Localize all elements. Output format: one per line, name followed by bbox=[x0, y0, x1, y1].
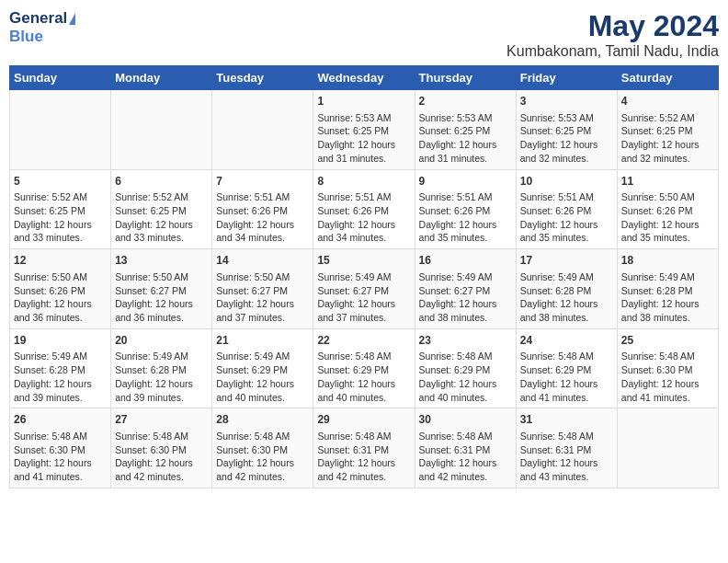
table-row: 20Sunrise: 5:49 AMSunset: 6:28 PMDayligh… bbox=[111, 328, 212, 408]
day-number: 24 bbox=[520, 333, 613, 349]
col-tuesday: Tuesday bbox=[212, 66, 313, 90]
day-number: 11 bbox=[621, 174, 714, 190]
table-row: 1Sunrise: 5:53 AMSunset: 6:25 PMDaylight… bbox=[313, 90, 415, 170]
sunrise-text: Sunrise: 5:48 AM bbox=[14, 430, 107, 443]
calendar-week-row: 26Sunrise: 5:48 AMSunset: 6:30 PMDayligh… bbox=[10, 408, 719, 488]
daylight-text: Daylight: 12 hours and 39 minutes. bbox=[115, 377, 208, 404]
sunset-text: Sunset: 6:26 PM bbox=[520, 204, 613, 218]
sunrise-text: Sunrise: 5:48 AM bbox=[419, 350, 512, 363]
day-number: 2 bbox=[419, 94, 512, 109]
daylight-text: Daylight: 12 hours and 40 minutes. bbox=[216, 377, 309, 404]
sunrise-text: Sunrise: 5:51 AM bbox=[317, 190, 410, 204]
day-number: 26 bbox=[14, 412, 107, 428]
day-number: 31 bbox=[520, 412, 613, 428]
sunrise-text: Sunrise: 5:49 AM bbox=[216, 350, 309, 363]
table-row: 5Sunrise: 5:52 AMSunset: 6:25 PMDaylight… bbox=[10, 169, 111, 249]
sunset-text: Sunset: 6:28 PM bbox=[520, 284, 613, 298]
logo-general: General bbox=[9, 9, 67, 28]
daylight-text: Daylight: 12 hours and 41 minutes. bbox=[621, 377, 714, 404]
day-number: 12 bbox=[14, 253, 107, 269]
daylight-text: Daylight: 12 hours and 35 minutes. bbox=[419, 218, 512, 245]
daylight-text: Daylight: 12 hours and 40 minutes. bbox=[419, 377, 512, 404]
sunrise-text: Sunrise: 5:48 AM bbox=[520, 430, 613, 443]
sunrise-text: Sunrise: 5:50 AM bbox=[115, 270, 208, 284]
col-sunday: Sunday bbox=[10, 66, 111, 90]
daylight-text: Daylight: 12 hours and 38 minutes. bbox=[520, 297, 613, 324]
daylight-text: Daylight: 12 hours and 32 minutes. bbox=[621, 138, 714, 165]
table-row bbox=[617, 408, 718, 488]
sunrise-text: Sunrise: 5:49 AM bbox=[14, 350, 107, 363]
table-row: 18Sunrise: 5:49 AMSunset: 6:28 PMDayligh… bbox=[617, 249, 718, 329]
day-number: 9 bbox=[419, 174, 512, 190]
sunrise-text: Sunrise: 5:49 AM bbox=[115, 350, 208, 363]
daylight-text: Daylight: 12 hours and 31 minutes. bbox=[419, 138, 512, 165]
daylight-text: Daylight: 12 hours and 36 minutes. bbox=[14, 297, 107, 324]
table-row: 27Sunrise: 5:48 AMSunset: 6:30 PMDayligh… bbox=[111, 408, 212, 488]
day-number: 5 bbox=[14, 174, 107, 190]
sunrise-text: Sunrise: 5:53 AM bbox=[317, 111, 410, 125]
daylight-text: Daylight: 12 hours and 41 minutes. bbox=[14, 456, 107, 483]
day-number: 16 bbox=[419, 253, 512, 269]
table-row: 31Sunrise: 5:48 AMSunset: 6:31 PMDayligh… bbox=[516, 408, 617, 488]
sunrise-text: Sunrise: 5:51 AM bbox=[216, 190, 309, 204]
daylight-text: Daylight: 12 hours and 31 minutes. bbox=[317, 138, 410, 165]
sunrise-text: Sunrise: 5:49 AM bbox=[419, 270, 512, 284]
sunset-text: Sunset: 6:25 PM bbox=[419, 124, 512, 138]
logo-blue: Blue bbox=[9, 28, 43, 45]
sunset-text: Sunset: 6:27 PM bbox=[216, 284, 309, 298]
sunset-text: Sunset: 6:25 PM bbox=[621, 124, 714, 138]
calendar-week-row: 19Sunrise: 5:49 AMSunset: 6:28 PMDayligh… bbox=[10, 328, 719, 408]
calendar-week-row: 12Sunrise: 5:50 AMSunset: 6:26 PMDayligh… bbox=[10, 249, 719, 329]
daylight-text: Daylight: 12 hours and 42 minutes. bbox=[216, 456, 309, 483]
table-row: 28Sunrise: 5:48 AMSunset: 6:30 PMDayligh… bbox=[212, 408, 313, 488]
daylight-text: Daylight: 12 hours and 34 minutes. bbox=[317, 218, 410, 245]
sunrise-text: Sunrise: 5:50 AM bbox=[621, 190, 714, 204]
table-row: 9Sunrise: 5:51 AMSunset: 6:26 PMDaylight… bbox=[415, 169, 516, 249]
sunset-text: Sunset: 6:30 PM bbox=[216, 443, 309, 457]
table-row: 14Sunrise: 5:50 AMSunset: 6:27 PMDayligh… bbox=[212, 249, 313, 329]
table-row: 8Sunrise: 5:51 AMSunset: 6:26 PMDaylight… bbox=[313, 169, 415, 249]
sunrise-text: Sunrise: 5:52 AM bbox=[115, 190, 208, 204]
daylight-text: Daylight: 12 hours and 36 minutes. bbox=[115, 297, 208, 324]
sunrise-text: Sunrise: 5:51 AM bbox=[520, 190, 613, 204]
sunset-text: Sunset: 6:27 PM bbox=[115, 284, 208, 298]
sunset-text: Sunset: 6:25 PM bbox=[317, 124, 410, 138]
day-number: 18 bbox=[621, 253, 714, 269]
sunrise-text: Sunrise: 5:48 AM bbox=[317, 350, 410, 363]
title-block: May 2024 Kumbakonam, Tamil Nadu, India bbox=[506, 9, 719, 60]
sunrise-text: Sunrise: 5:48 AM bbox=[216, 430, 309, 443]
table-row: 16Sunrise: 5:49 AMSunset: 6:27 PMDayligh… bbox=[415, 249, 516, 329]
page-header: General Blue May 2024 Kumbakonam, Tamil … bbox=[9, 9, 719, 60]
table-row: 23Sunrise: 5:48 AMSunset: 6:29 PMDayligh… bbox=[415, 328, 516, 408]
sunset-text: Sunset: 6:27 PM bbox=[317, 284, 410, 298]
table-row: 12Sunrise: 5:50 AMSunset: 6:26 PMDayligh… bbox=[10, 249, 111, 329]
day-number: 1 bbox=[317, 94, 410, 109]
day-number: 30 bbox=[419, 412, 512, 428]
table-row: 22Sunrise: 5:48 AMSunset: 6:29 PMDayligh… bbox=[313, 328, 415, 408]
day-number: 4 bbox=[621, 94, 714, 109]
table-row: 24Sunrise: 5:48 AMSunset: 6:29 PMDayligh… bbox=[516, 328, 617, 408]
daylight-text: Daylight: 12 hours and 43 minutes. bbox=[520, 456, 613, 483]
sunset-text: Sunset: 6:28 PM bbox=[115, 363, 208, 377]
logo-triangle-icon bbox=[69, 13, 75, 25]
sunset-text: Sunset: 6:30 PM bbox=[621, 363, 714, 377]
sunrise-text: Sunrise: 5:53 AM bbox=[520, 111, 613, 125]
table-row: 10Sunrise: 5:51 AMSunset: 6:26 PMDayligh… bbox=[516, 169, 617, 249]
sunset-text: Sunset: 6:31 PM bbox=[419, 443, 512, 457]
sunset-text: Sunset: 6:30 PM bbox=[115, 443, 208, 457]
sunset-text: Sunset: 6:29 PM bbox=[520, 363, 613, 377]
daylight-text: Daylight: 12 hours and 33 minutes. bbox=[14, 218, 107, 245]
day-number: 8 bbox=[317, 174, 410, 190]
day-number: 17 bbox=[520, 253, 613, 269]
calendar-week-row: 1Sunrise: 5:53 AMSunset: 6:25 PMDaylight… bbox=[10, 90, 719, 170]
sunset-text: Sunset: 6:25 PM bbox=[115, 204, 208, 218]
table-row: 25Sunrise: 5:48 AMSunset: 6:30 PMDayligh… bbox=[617, 328, 718, 408]
table-row: 11Sunrise: 5:50 AMSunset: 6:26 PMDayligh… bbox=[617, 169, 718, 249]
sunrise-text: Sunrise: 5:49 AM bbox=[621, 270, 714, 284]
sunrise-text: Sunrise: 5:48 AM bbox=[621, 350, 714, 363]
day-number: 27 bbox=[115, 412, 208, 428]
day-number: 28 bbox=[216, 412, 309, 428]
day-number: 21 bbox=[216, 333, 309, 349]
col-friday: Friday bbox=[516, 66, 617, 90]
table-row: 3Sunrise: 5:53 AMSunset: 6:25 PMDaylight… bbox=[516, 90, 617, 170]
